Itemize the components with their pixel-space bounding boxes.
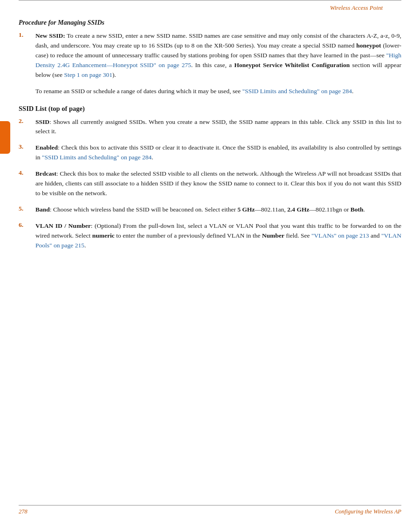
ssid-limits-link-2[interactable]: "SSID Limits and Scheduling" on page 284 [42, 154, 151, 161]
section-heading: SSID List (top of page) [19, 105, 401, 113]
item-3-number: 3. [19, 143, 35, 150]
list-item-4: 4. Brdcast: Check this box to make the s… [19, 169, 401, 198]
list-item-1: 1. New SSID: To create a new SSID, enter… [19, 31, 401, 80]
vlans-link[interactable]: "VLANs" on page 213 [311, 232, 369, 239]
item-1-content: New SSID: To create a new SSID, enter a … [35, 31, 401, 80]
vlan-id-label: VLAN ID / Number [35, 222, 91, 229]
list-item-6: 6. VLAN ID / Number: (Optional) From the… [19, 221, 401, 251]
item-4-number: 4. [19, 169, 35, 177]
footer-section-title: Configuring the Wireless AP [335, 508, 401, 515]
both-label: Both [351, 206, 364, 213]
item-2-number: 2. [19, 117, 35, 125]
item-1-number: 1. [19, 31, 35, 39]
page-header: Wireless Access Point [19, 2, 401, 14]
5ghz-label: 5 GHz [237, 206, 255, 213]
item-4-content: Brdcast: Check this box to make the sele… [35, 169, 401, 198]
proc-heading: Procedure for Managing SSIDs [19, 19, 401, 27]
section-list: 2. SSID: Shows all currently assigned SS… [19, 117, 401, 251]
band-label: Band [35, 206, 50, 213]
item-5-number: 5. [19, 205, 35, 212]
orange-tab [0, 121, 10, 154]
item-6-number: 6. [19, 221, 35, 229]
brdcast-label: Brdcast [35, 170, 56, 177]
number-field-label: Number [262, 232, 284, 239]
page-footer: 278 Configuring the Wireless AP [19, 505, 401, 519]
list-item-3: 3. Enabled: Check this box to activate t… [19, 143, 401, 163]
honeypot-config-label: Honeypot Service Whitelist Configuration [234, 61, 350, 68]
header-title: Wireless Access Point [330, 4, 383, 11]
main-content: Procedure for Managing SSIDs 1. New SSID… [0, 14, 420, 262]
enabled-label: Enabled [35, 144, 58, 151]
ssid-limits-link-1[interactable]: "SSID Limits and Scheduling" on page 284 [242, 88, 352, 95]
footer-page-number: 278 [19, 508, 28, 515]
numeric-label: numeric [92, 232, 115, 239]
item-6-content: VLAN ID / Number: (Optional) From the pu… [35, 221, 401, 251]
list-item-5: 5. Band: Choose which wireless band the … [19, 205, 401, 215]
step1-link[interactable]: Step 1 on page 301 [64, 71, 112, 78]
procedure-list: 1. New SSID: To create a new SSID, enter… [19, 31, 401, 80]
item-3-content: Enabled: Check this box to activate this… [35, 143, 401, 163]
item-5-content: Band: Choose which wireless band the SSI… [35, 205, 401, 215]
list-item-2: 2. SSID: Shows all currently assigned SS… [19, 117, 401, 137]
ssid-label: SSID [35, 118, 49, 125]
item-2-content: SSID: Shows all currently assigned SSIDs… [35, 117, 401, 137]
new-ssid-label: New SSID: [35, 32, 65, 39]
top-border: Wireless Access Point [19, 0, 401, 14]
honeypot-label: honeypot [356, 42, 381, 49]
extra-para-1: To rename an SSID or schedule a range of… [35, 87, 401, 96]
2-4ghz-label: 2.4 GHz [287, 206, 309, 213]
